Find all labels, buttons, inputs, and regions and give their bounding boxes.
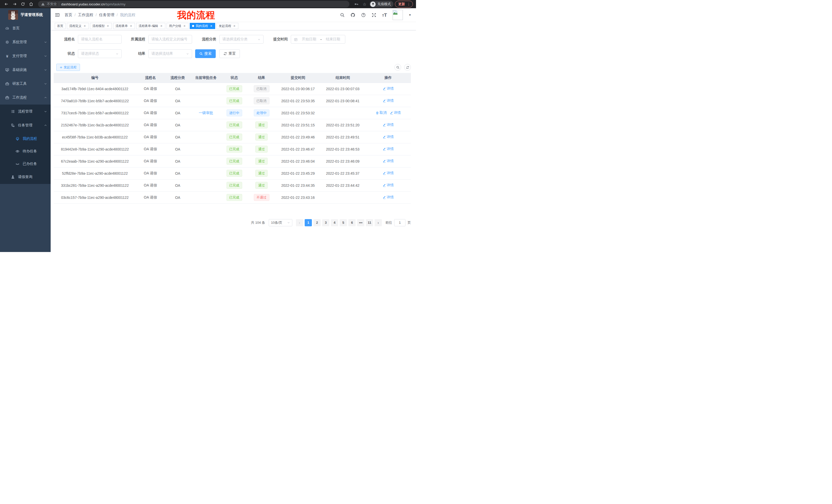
result-badge: 通过 bbox=[255, 182, 268, 189]
detail-link[interactable]: 详情 bbox=[383, 147, 394, 151]
tab-home[interactable]: 首页 bbox=[55, 23, 66, 29]
page-button-6[interactable]: 6 bbox=[348, 219, 356, 226]
table-row: 52ffd28e-7b9a-11ec-a290-acde48001122 OA … bbox=[54, 167, 411, 179]
browser-menu-icon[interactable]: ⋮ bbox=[407, 2, 411, 6]
prev-page-button[interactable]: ‹ bbox=[296, 219, 303, 226]
sidebar-item-todo-tasks[interactable]: 待办任务 bbox=[0, 145, 51, 158]
end-date-placeholder[interactable]: 结束日期 bbox=[324, 37, 342, 41]
start-date-placeholder[interactable]: 开始日期 bbox=[300, 37, 318, 41]
cell-category: OA bbox=[165, 119, 190, 131]
close-icon[interactable]: ✕ bbox=[210, 24, 213, 28]
page-button-3[interactable]: 3 bbox=[322, 219, 329, 226]
breadcrumb-workflow[interactable]: 工作流程 bbox=[78, 12, 93, 18]
page-button-11[interactable]: 11 bbox=[366, 219, 373, 226]
name-label: 流程名 bbox=[56, 37, 75, 41]
sidebar-item-task-mgmt[interactable]: 任务管理 bbox=[0, 118, 51, 132]
fullscreen-icon[interactable] bbox=[371, 12, 376, 18]
detail-link[interactable]: 详情 bbox=[383, 159, 394, 163]
sidebar-item-system[interactable]: 系统管理 bbox=[0, 35, 51, 49]
category-select[interactable]: 请选择流程分类 bbox=[219, 35, 263, 44]
detail-link[interactable]: 详情 bbox=[383, 99, 394, 103]
edit-icon bbox=[383, 135, 386, 139]
back-icon[interactable] bbox=[3, 1, 10, 7]
refresh-button[interactable] bbox=[404, 64, 411, 71]
breadcrumb-home[interactable]: 首页 bbox=[64, 12, 72, 18]
process-name-input[interactable]: 请输入流程名 bbox=[78, 35, 122, 44]
bookmark-star-icon[interactable]: ☆ bbox=[361, 1, 368, 7]
forward-icon[interactable] bbox=[11, 1, 18, 7]
detail-link[interactable]: 详情 bbox=[383, 195, 394, 200]
task-link[interactable]: 一级审批 bbox=[199, 111, 213, 115]
incognito-badge[interactable]: 无痕模式 bbox=[369, 1, 393, 7]
close-icon[interactable]: ✕ bbox=[233, 24, 236, 28]
cancel-link[interactable]: 取消 bbox=[375, 110, 387, 115]
security-label[interactable]: 不安全 bbox=[47, 2, 57, 6]
page-button-4[interactable]: 4 bbox=[331, 219, 338, 226]
next-page-button[interactable]: › bbox=[374, 219, 382, 226]
detail-link[interactable]: 详情 bbox=[383, 171, 394, 175]
goto-page-input[interactable]: 1 bbox=[394, 219, 406, 226]
sidebar-item-workflow[interactable]: 工作流程 bbox=[0, 91, 51, 105]
more-pages-button[interactable]: ••• bbox=[357, 219, 364, 226]
tab-process-form[interactable]: 流程表单✕ bbox=[113, 23, 135, 29]
toolbox-icon bbox=[5, 82, 9, 86]
tab-process-model[interactable]: 流程模型✕ bbox=[90, 23, 112, 29]
tab-process-definition[interactable]: 流程定义✕ bbox=[67, 23, 89, 29]
password-key-icon[interactable] bbox=[353, 1, 360, 7]
help-icon[interactable] bbox=[361, 12, 366, 18]
sidebar-toggle-icon[interactable] bbox=[55, 12, 60, 18]
detail-link[interactable]: 详情 bbox=[383, 122, 394, 127]
status-select[interactable]: 请选择状态 bbox=[78, 49, 122, 58]
sidebar-item-devtools[interactable]: 研发工具 bbox=[0, 77, 51, 91]
tab-user-group[interactable]: 用户分组✕ bbox=[166, 23, 188, 29]
sidebar-item-home[interactable]: 首页 bbox=[0, 21, 51, 35]
github-icon[interactable] bbox=[350, 12, 355, 18]
reload-icon[interactable] bbox=[20, 1, 26, 7]
page-button-1[interactable]: 1 bbox=[305, 219, 312, 226]
sidebar-item-my-process[interactable]: 我的流程 bbox=[0, 132, 51, 145]
sidebar-item-process-mgmt[interactable]: 流程管理 bbox=[0, 105, 51, 118]
address-bar[interactable]: 不安全 dashboard.yudao.iocoder.cn/bpm/task/… bbox=[38, 1, 349, 7]
close-icon[interactable]: ✕ bbox=[106, 24, 109, 28]
pagination: 共 104 条 10条/页 ‹ 1 2 3 4 5 6 ••• 11 › bbox=[54, 219, 411, 226]
close-icon[interactable]: ✕ bbox=[83, 24, 86, 28]
tab-start-process[interactable]: 发起流程✕ bbox=[216, 23, 238, 29]
detail-link[interactable]: 详情 bbox=[383, 183, 394, 188]
detail-link[interactable]: 详情 bbox=[383, 135, 394, 139]
process-definition-input[interactable]: 请输入流程定义的编号 bbox=[148, 35, 192, 44]
page-button-5[interactable]: 5 bbox=[340, 219, 347, 226]
search-icon[interactable] bbox=[340, 12, 345, 18]
caret-down-icon[interactable]: ▼ bbox=[409, 13, 411, 17]
close-icon[interactable]: ✕ bbox=[160, 24, 163, 28]
submit-time-range[interactable]: 开始日期 - 结束日期 bbox=[291, 35, 345, 44]
detail-link[interactable]: 详情 bbox=[390, 110, 401, 115]
close-icon[interactable]: ✕ bbox=[183, 24, 186, 28]
sidebar-item-leave-query[interactable]: 请假查询 bbox=[0, 170, 51, 184]
breadcrumb-task-mgmt[interactable]: 任务管理 bbox=[99, 12, 114, 18]
avatar[interactable] bbox=[393, 10, 403, 20]
detail-link[interactable]: 详情 bbox=[383, 86, 394, 91]
sidebar-item-infra[interactable]: 基础设施 bbox=[0, 63, 51, 77]
status-badge: 已完成 bbox=[227, 182, 242, 189]
search-button[interactable]: 搜索 bbox=[195, 49, 216, 58]
sidebar-item-done-tasks[interactable]: 已办任务 bbox=[0, 158, 51, 170]
tab-my-process[interactable]: 我的流程✕ bbox=[190, 23, 215, 29]
page-button-2[interactable]: 2 bbox=[313, 219, 321, 226]
sidebar-item-payment[interactable]: ¥ 支付管理 bbox=[0, 49, 51, 63]
url-text[interactable]: dashboard.yudao.iocoder.cn/bpm/task/my bbox=[61, 2, 126, 6]
chevron-down-icon bbox=[186, 52, 189, 55]
definition-label: 所属流程 bbox=[125, 37, 145, 41]
breadcrumb-separator: / bbox=[117, 13, 118, 17]
reset-button[interactable]: 重置 bbox=[219, 49, 240, 58]
browser-update-button[interactable]: 更新 ⋮ bbox=[395, 1, 413, 7]
tab-process-form-edit[interactable]: 流程表单-编辑✕ bbox=[136, 23, 165, 29]
col-actions: 操作 bbox=[365, 73, 411, 83]
close-icon[interactable]: ✕ bbox=[129, 24, 133, 28]
page-size-select[interactable]: 10条/页 bbox=[269, 219, 292, 226]
result-select[interactable]: 请选择流结果 bbox=[148, 49, 192, 58]
show-search-button[interactable] bbox=[394, 64, 401, 71]
home-icon[interactable] bbox=[28, 1, 34, 7]
app-logo-row[interactable]: 芋道管理系统 bbox=[0, 8, 51, 21]
start-process-button[interactable]: 发起流程 bbox=[56, 64, 80, 71]
font-size-icon[interactable]: TT bbox=[382, 12, 387, 18]
